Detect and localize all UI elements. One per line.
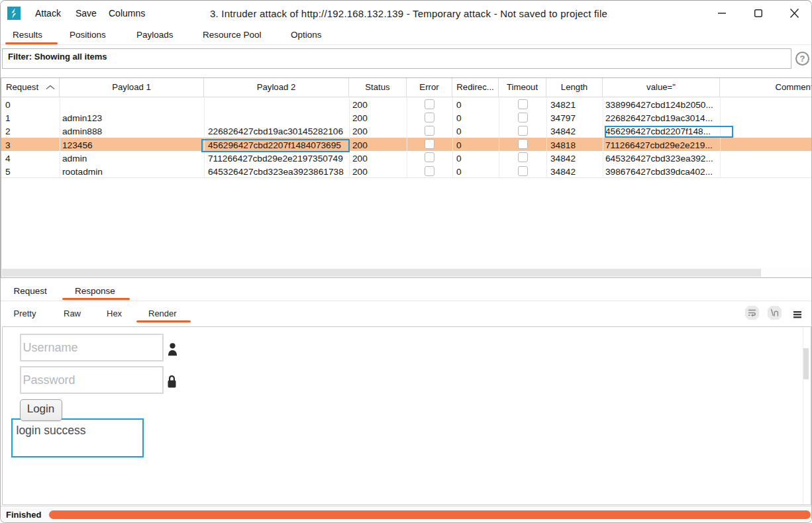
help-icon[interactable]: ? [795, 52, 809, 66]
grid-line [349, 97, 350, 177]
column-header-length[interactable]: Length [546, 78, 603, 97]
tab-resource-pool[interactable]: Resource Pool [203, 26, 262, 45]
tab-request[interactable]: Request [14, 278, 47, 301]
column-header-value-[interactable]: value=" [603, 78, 720, 97]
column-header-payload-2[interactable]: Payload 2 [204, 78, 349, 97]
cell-payload1: admin [62, 151, 204, 166]
menu-columns[interactable]: Columns [109, 1, 145, 26]
cell-length: 34842 [550, 151, 603, 166]
tab-hex[interactable]: Hex [107, 301, 122, 326]
newline-icon[interactable] [768, 306, 782, 320]
timeout-checkbox[interactable] [518, 99, 528, 109]
column-header-redirec-[interactable]: Redirec... [452, 78, 499, 97]
cell-payload1 [62, 97, 204, 112]
tab-payloads[interactable]: Payloads [136, 26, 174, 45]
cell-value: 226826427cbd19ac3014... [605, 111, 720, 125]
cell-redirect: 0 [456, 164, 499, 179]
value-highlight-box [605, 126, 734, 138]
intruder-attack-window: Attack Save Columns 3. Intruder attack o… [0, 0, 812, 523]
vertical-scrollbar[interactable] [803, 327, 809, 504]
error-checkbox[interactable] [425, 99, 434, 109]
cell-value: 338996427cbd124b2050... [605, 97, 720, 112]
column-header-payload-1[interactable]: Payload 1 [60, 78, 204, 97]
cell-request: 4 [5, 151, 60, 166]
timeout-checkbox[interactable] [518, 152, 528, 162]
cell-status: 200 [352, 164, 407, 179]
cell-comment [724, 164, 812, 179]
editor-tab-bar: Request Response [1, 278, 811, 301]
cell-redirect: 0 [456, 124, 499, 138]
grid-line [603, 97, 603, 177]
timeout-checkbox[interactable] [518, 139, 528, 149]
results-table-header: RequestPayload 1Payload 2StatusErrorRedi… [1, 78, 812, 97]
column-header-status[interactable]: Status [349, 78, 407, 97]
cell-length: 34842 [550, 124, 603, 138]
cell-request: 3 [5, 138, 60, 152]
error-checkbox[interactable] [425, 166, 434, 176]
cell-status: 200 [352, 124, 407, 138]
title-bar: Attack Save Columns 3. Intruder attack o… [1, 1, 811, 26]
column-header-timeout[interactable]: Timeout [499, 78, 546, 97]
tab-render[interactable]: Render [148, 301, 177, 326]
error-checkbox[interactable] [425, 152, 434, 162]
word-wrap-icon[interactable] [745, 306, 759, 320]
timeout-checkbox[interactable] [518, 126, 528, 136]
tab-raw[interactable]: Raw [64, 301, 81, 326]
login-result-text: login success [17, 424, 86, 438]
maximize-button[interactable] [742, 1, 775, 26]
menu-attack[interactable]: Attack [35, 1, 61, 26]
grid-line [60, 97, 60, 177]
cell-status: 200 [352, 151, 407, 166]
cell-value: 398676427cbd39dca402... [605, 164, 720, 179]
cell-payload1: admin888 [62, 124, 204, 138]
cell-payload2: 711266427cbd29e2e2197350749 [208, 151, 349, 166]
cell-comment [724, 97, 812, 112]
column-header-comment[interactable]: Comment [720, 78, 812, 97]
login-button[interactable]: Login [20, 399, 62, 421]
cell-value: 645326427cbd323ea392... [605, 151, 720, 166]
status-bar: Finished [1, 506, 811, 523]
tab-positions[interactable]: Positions [70, 26, 106, 45]
timeout-checkbox[interactable] [518, 113, 528, 122]
grid-line [499, 97, 499, 177]
minimize-button[interactable] [705, 1, 738, 26]
grid-line [204, 97, 205, 177]
menu-icon[interactable] [793, 309, 801, 316]
cell-comment [724, 138, 812, 152]
payload2-highlight-box [201, 139, 350, 153]
active-editor-tab-underline [62, 298, 130, 300]
cell-redirect: 0 [456, 151, 499, 166]
main-tab-bar: Results Positions Payloads Resource Pool… [1, 26, 811, 45]
cell-payload1: rootadmin [62, 164, 204, 179]
status-label: Finished [6, 506, 41, 523]
login-result-box: login success [11, 418, 144, 457]
error-checkbox[interactable] [425, 126, 434, 136]
cell-payload2 [208, 111, 349, 125]
error-checkbox[interactable] [425, 139, 434, 149]
menu-save[interactable]: Save [76, 1, 97, 26]
error-checkbox[interactable] [425, 113, 434, 122]
password-input[interactable] [20, 366, 164, 394]
vertical-scrollbar-thumb[interactable] [803, 348, 809, 379]
filter-box[interactable]: Filter: Showing all items [2, 48, 791, 69]
cell-comment [724, 151, 812, 166]
cell-comment [724, 124, 812, 138]
cell-status: 200 [352, 111, 407, 125]
column-header-error[interactable]: Error [407, 78, 452, 97]
results-table-body: 0200034821338996427cbd124b2050...1admin1… [1, 97, 812, 269]
lock-icon [168, 375, 176, 391]
tab-options[interactable]: Options [291, 26, 322, 45]
cell-redirect: 0 [456, 97, 499, 112]
close-button[interactable] [778, 1, 811, 26]
last-row-divider [1, 177, 812, 178]
horizontal-scrollbar[interactable] [1, 268, 812, 277]
cell-redirect: 0 [456, 138, 499, 152]
cell-value: 711266427cbd29e2e219... [605, 138, 720, 152]
view-tab-bar: Pretty Raw Hex Render [1, 301, 811, 326]
username-input[interactable] [20, 334, 164, 361]
column-header-request[interactable]: Request [1, 78, 60, 97]
active-view-tab-underline [136, 320, 191, 322]
horizontal-scrollbar-thumb[interactable] [2, 269, 761, 277]
timeout-checkbox[interactable] [518, 166, 528, 176]
tab-pretty[interactable]: Pretty [14, 301, 36, 326]
